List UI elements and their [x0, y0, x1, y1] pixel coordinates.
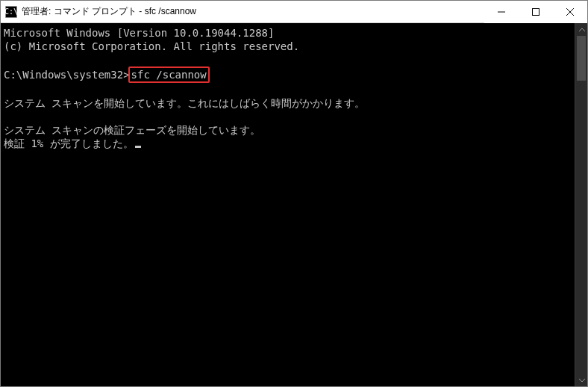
minimize-icon [498, 8, 505, 16]
maximize-button[interactable] [519, 1, 553, 23]
scan-start-line: システム スキャンを開始しています。これにはしばらく時間がかかります。 [4, 97, 365, 109]
text-cursor [135, 146, 141, 148]
prompt-line: C:\Windows\system32>sfc /scannow [4, 69, 210, 81]
app-icon: C:\ [5, 6, 17, 18]
vertical-scrollbar[interactable] [575, 23, 587, 386]
minimize-button[interactable] [484, 1, 519, 23]
prompt-prefix: C:\Windows\system32> [4, 69, 130, 81]
terminal-output[interactable]: Microsoft Windows [Version 10.0.19044.12… [1, 23, 575, 386]
command-prompt-window: C:\ 管理者: コマンド プロンプト - sfc /scannow Micro… [0, 0, 588, 387]
verify-progress-line: 検証 1% が完了しました。 [4, 137, 141, 149]
scroll-down-button[interactable] [575, 374, 588, 386]
chevron-up-icon [579, 28, 585, 31]
close-button[interactable] [553, 1, 587, 23]
maximize-icon [532, 8, 539, 16]
client-area: Microsoft Windows [Version 10.0.19044.12… [1, 23, 587, 386]
close-icon [566, 8, 574, 16]
scroll-up-button[interactable] [575, 23, 588, 36]
titlebar[interactable]: C:\ 管理者: コマンド プロンプト - sfc /scannow [1, 1, 587, 23]
svg-rect-1 [533, 8, 539, 15]
copyright-line: (c) Microsoft Corporation. All rights re… [4, 40, 299, 52]
verify-start-line: システム スキャンの検証フェーズを開始しています。 [4, 124, 260, 136]
window-title: 管理者: コマンド プロンプト - sfc /scannow [22, 5, 196, 18]
verify-progress-text: 検証 1% が完了しました。 [4, 137, 134, 149]
version-line: Microsoft Windows [Version 10.0.19044.12… [4, 27, 274, 39]
scroll-thumb[interactable] [577, 36, 586, 81]
chevron-down-icon [579, 379, 585, 382]
highlighted-command: sfc /scannow [128, 66, 210, 83]
